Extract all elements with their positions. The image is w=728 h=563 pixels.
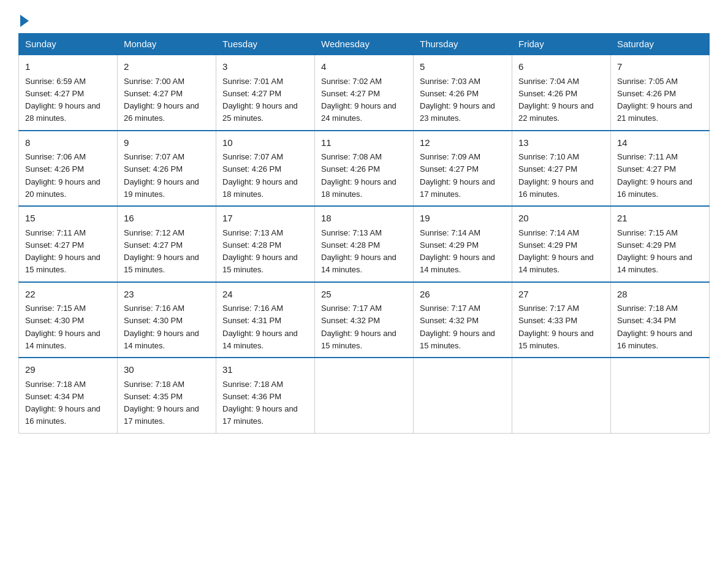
- day-info: Sunrise: 7:11 AMSunset: 4:27 PMDaylight:…: [25, 228, 100, 275]
- day-info: Sunrise: 7:17 AMSunset: 4:32 PMDaylight:…: [321, 304, 396, 350]
- calendar-day-cell: 4 Sunrise: 7:02 AMSunset: 4:27 PMDayligh…: [315, 55, 414, 131]
- day-number: 14: [617, 136, 703, 150]
- calendar-day-cell: 5 Sunrise: 7:03 AMSunset: 4:26 PMDayligh…: [414, 55, 512, 131]
- calendar-day-header: Monday: [118, 34, 216, 55]
- day-info: Sunrise: 7:06 AMSunset: 4:26 PMDaylight:…: [25, 152, 100, 199]
- logo-area: [18, 12, 31, 27]
- calendar-day-cell: 29 Sunrise: 7:18 AMSunset: 4:34 PMDaylig…: [19, 358, 118, 433]
- calendar-day-header: Saturday: [611, 34, 710, 55]
- day-info: Sunrise: 7:00 AMSunset: 4:27 PMDaylight:…: [124, 77, 199, 123]
- day-info: Sunrise: 7:08 AMSunset: 4:26 PMDaylight:…: [321, 152, 396, 199]
- day-number: 1: [25, 60, 111, 74]
- day-number: 3: [222, 60, 308, 74]
- calendar-day-cell: 11 Sunrise: 7:08 AMSunset: 4:26 PMDaylig…: [315, 131, 414, 207]
- calendar-week-row: 22 Sunrise: 7:15 AMSunset: 4:30 PMDaylig…: [19, 282, 710, 358]
- calendar-day-cell: 22 Sunrise: 7:15 AMSunset: 4:30 PMDaylig…: [19, 282, 118, 358]
- day-info: Sunrise: 7:15 AMSunset: 4:30 PMDaylight:…: [25, 304, 100, 350]
- calendar-day-cell: 27 Sunrise: 7:17 AMSunset: 4:33 PMDaylig…: [512, 282, 611, 358]
- calendar-day-cell: 18 Sunrise: 7:13 AMSunset: 4:28 PMDaylig…: [315, 206, 414, 282]
- calendar-week-row: 1 Sunrise: 6:59 AMSunset: 4:27 PMDayligh…: [19, 55, 710, 131]
- calendar-week-row: 29 Sunrise: 7:18 AMSunset: 4:34 PMDaylig…: [19, 358, 710, 433]
- calendar-day-cell: 2 Sunrise: 7:00 AMSunset: 4:27 PMDayligh…: [118, 55, 216, 131]
- day-number: 2: [124, 60, 210, 74]
- day-number: 15: [25, 212, 111, 226]
- day-info: Sunrise: 7:16 AMSunset: 4:31 PMDaylight:…: [222, 304, 298, 350]
- day-number: 19: [420, 212, 506, 226]
- logo: [18, 12, 31, 27]
- day-number: 27: [518, 288, 604, 302]
- day-number: 10: [222, 136, 308, 150]
- day-info: Sunrise: 7:18 AMSunset: 4:34 PMDaylight:…: [25, 380, 100, 426]
- day-info: Sunrise: 7:09 AMSunset: 4:27 PMDaylight:…: [420, 152, 495, 199]
- calendar-day-header: Thursday: [414, 34, 512, 55]
- calendar-week-row: 15 Sunrise: 7:11 AMSunset: 4:27 PMDaylig…: [19, 206, 710, 282]
- calendar-table: SundayMondayTuesdayWednesdayThursdayFrid…: [18, 33, 710, 434]
- calendar-day-cell: 24 Sunrise: 7:16 AMSunset: 4:31 PMDaylig…: [216, 282, 315, 358]
- calendar-day-cell: 31 Sunrise: 7:18 AMSunset: 4:36 PMDaylig…: [216, 358, 315, 433]
- day-info: Sunrise: 7:15 AMSunset: 4:29 PMDaylight:…: [617, 228, 692, 275]
- calendar-day-cell: [414, 358, 512, 433]
- day-info: Sunrise: 7:18 AMSunset: 4:35 PMDaylight:…: [124, 380, 199, 426]
- calendar-day-cell: 1 Sunrise: 6:59 AMSunset: 4:27 PMDayligh…: [19, 55, 118, 131]
- day-number: 4: [321, 60, 407, 74]
- calendar-header-row: SundayMondayTuesdayWednesdayThursdayFrid…: [19, 34, 710, 55]
- calendar-day-cell: 25 Sunrise: 7:17 AMSunset: 4:32 PMDaylig…: [315, 282, 414, 358]
- day-info: Sunrise: 7:17 AMSunset: 4:32 PMDaylight:…: [420, 304, 495, 350]
- day-number: 8: [25, 136, 111, 150]
- calendar-day-cell: 8 Sunrise: 7:06 AMSunset: 4:26 PMDayligh…: [19, 131, 118, 207]
- calendar-day-cell: 23 Sunrise: 7:16 AMSunset: 4:30 PMDaylig…: [118, 282, 216, 358]
- day-number: 17: [222, 212, 308, 226]
- logo-triangle-icon: [20, 15, 29, 27]
- calendar-day-cell: [512, 358, 611, 433]
- day-number: 25: [321, 288, 407, 302]
- calendar-day-cell: [611, 358, 710, 433]
- calendar-day-header: Friday: [512, 34, 611, 55]
- calendar-day-header: Sunday: [19, 34, 118, 55]
- day-number: 31: [222, 363, 308, 377]
- day-number: 21: [617, 212, 703, 226]
- day-number: 26: [420, 288, 506, 302]
- day-number: 16: [124, 212, 210, 226]
- day-info: Sunrise: 7:11 AMSunset: 4:27 PMDaylight:…: [617, 152, 692, 199]
- day-info: Sunrise: 7:10 AMSunset: 4:27 PMDaylight:…: [518, 152, 594, 199]
- day-info: Sunrise: 7:13 AMSunset: 4:28 PMDaylight:…: [321, 228, 396, 275]
- day-info: Sunrise: 7:17 AMSunset: 4:33 PMDaylight:…: [518, 304, 594, 350]
- day-number: 6: [518, 60, 604, 74]
- calendar-day-cell: 30 Sunrise: 7:18 AMSunset: 4:35 PMDaylig…: [118, 358, 216, 433]
- day-number: 23: [124, 288, 210, 302]
- day-info: Sunrise: 7:04 AMSunset: 4:26 PMDaylight:…: [518, 77, 594, 123]
- calendar-day-cell: 7 Sunrise: 7:05 AMSunset: 4:26 PMDayligh…: [611, 55, 710, 131]
- day-number: 29: [25, 363, 111, 377]
- calendar-day-cell: 15 Sunrise: 7:11 AMSunset: 4:27 PMDaylig…: [19, 206, 118, 282]
- day-info: Sunrise: 7:07 AMSunset: 4:26 PMDaylight:…: [222, 152, 298, 199]
- day-info: Sunrise: 7:16 AMSunset: 4:30 PMDaylight:…: [124, 304, 199, 350]
- day-info: Sunrise: 7:18 AMSunset: 4:36 PMDaylight:…: [222, 380, 298, 426]
- calendar-day-cell: 28 Sunrise: 7:18 AMSunset: 4:34 PMDaylig…: [611, 282, 710, 358]
- day-info: Sunrise: 7:01 AMSunset: 4:27 PMDaylight:…: [222, 77, 298, 123]
- day-number: 11: [321, 136, 407, 150]
- calendar-day-cell: 16 Sunrise: 7:12 AMSunset: 4:27 PMDaylig…: [118, 206, 216, 282]
- calendar-day-header: Wednesday: [315, 34, 414, 55]
- calendar-day-cell: 9 Sunrise: 7:07 AMSunset: 4:26 PMDayligh…: [118, 131, 216, 207]
- day-info: Sunrise: 7:13 AMSunset: 4:28 PMDaylight:…: [222, 228, 298, 275]
- day-number: 24: [222, 288, 308, 302]
- day-number: 28: [617, 288, 703, 302]
- calendar-day-cell: 20 Sunrise: 7:14 AMSunset: 4:29 PMDaylig…: [512, 206, 611, 282]
- day-info: Sunrise: 7:12 AMSunset: 4:27 PMDaylight:…: [124, 228, 199, 275]
- day-number: 9: [124, 136, 210, 150]
- day-info: Sunrise: 7:14 AMSunset: 4:29 PMDaylight:…: [420, 228, 495, 275]
- calendar-day-cell: 14 Sunrise: 7:11 AMSunset: 4:27 PMDaylig…: [611, 131, 710, 207]
- calendar-day-cell: 6 Sunrise: 7:04 AMSunset: 4:26 PMDayligh…: [512, 55, 611, 131]
- page-header: [18, 12, 710, 27]
- calendar-day-cell: 17 Sunrise: 7:13 AMSunset: 4:28 PMDaylig…: [216, 206, 315, 282]
- day-number: 7: [617, 60, 703, 74]
- day-info: Sunrise: 6:59 AMSunset: 4:27 PMDaylight:…: [25, 77, 100, 123]
- calendar-day-header: Tuesday: [216, 34, 315, 55]
- day-number: 18: [321, 212, 407, 226]
- day-number: 13: [518, 136, 604, 150]
- day-number: 30: [124, 363, 210, 377]
- calendar-day-cell: 26 Sunrise: 7:17 AMSunset: 4:32 PMDaylig…: [414, 282, 512, 358]
- day-info: Sunrise: 7:07 AMSunset: 4:26 PMDaylight:…: [124, 152, 199, 199]
- calendar-day-cell: 13 Sunrise: 7:10 AMSunset: 4:27 PMDaylig…: [512, 131, 611, 207]
- calendar-day-cell: 12 Sunrise: 7:09 AMSunset: 4:27 PMDaylig…: [414, 131, 512, 207]
